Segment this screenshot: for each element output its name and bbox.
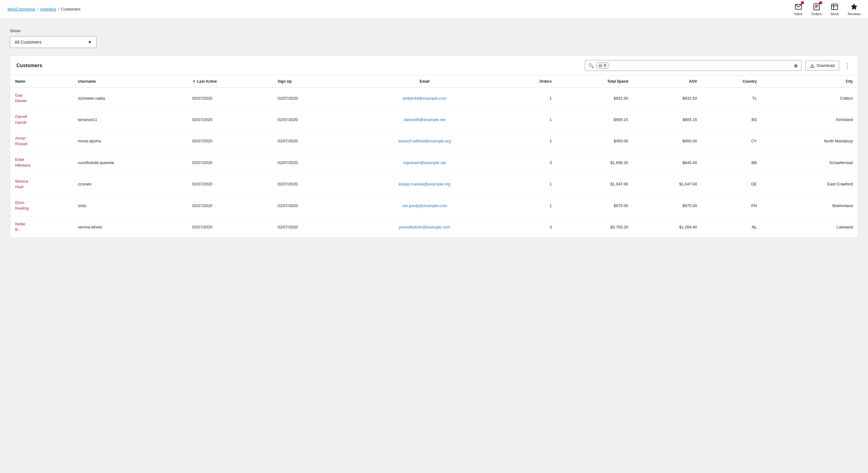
customer-total-spend: $1,936.20 (557, 152, 633, 173)
download-icon (810, 63, 815, 68)
customer-name-link[interactable]: AmariRussel (15, 136, 28, 146)
col-header-city[interactable]: City (762, 76, 858, 88)
customer-name-link[interactable]: MonicaHuel (15, 179, 28, 189)
col-header-email[interactable]: Email (347, 76, 502, 88)
customer-last-active: 02/07/2020 (187, 173, 273, 195)
customer-orders: 1 (502, 88, 557, 109)
inbox-nav-item[interactable]: Inbox (794, 2, 803, 16)
customer-aov: $645.40 (633, 152, 702, 173)
customer-total-spend: $905.15 (557, 109, 633, 130)
customer-username: schmeler.nadia (73, 88, 187, 109)
reviews-icon-wrap (850, 2, 859, 11)
svg-marker-8 (851, 4, 857, 9)
customer-aov: $1,264.40 (633, 216, 702, 238)
header-icons: Inbox Orders (794, 2, 861, 16)
table-row: MonicaHuelzcorwin02/07/202002/07/2020koe… (10, 173, 858, 195)
col-header-name[interactable]: Name (10, 76, 73, 88)
orders-nav-item[interactable]: Orders (811, 2, 822, 16)
remove-search-tag-button[interactable]: ✕ (603, 63, 607, 68)
table-row: NellieB...verona.lehner02/07/202002/07/2… (10, 216, 858, 238)
table-header-row: Name Username ▼Last Active Sign Up Email… (10, 76, 858, 88)
inbox-icon (795, 3, 802, 10)
customer-email-link[interactable]: rae.purdy@example.com (402, 203, 447, 208)
customer-total-spend: $450.00 (557, 130, 633, 152)
orders-badge (819, 1, 822, 4)
customer-email-link[interactable]: mgraham@example.net (403, 160, 446, 165)
customer-sign-up: 02/07/2020 (273, 130, 347, 152)
sort-arrow-icon: ▼ (192, 79, 196, 84)
customer-orders: 1 (502, 109, 557, 130)
customer-orders: 1 (502, 195, 557, 216)
customers-data-table: Name Username ▼Last Active Sign Up Email… (10, 76, 858, 238)
svg-rect-5 (832, 4, 838, 9)
col-header-total-spend[interactable]: Total Spend (557, 76, 633, 88)
customer-city: Schaeferstad (762, 152, 858, 173)
col-header-last-active[interactable]: ▼Last Active (187, 76, 273, 88)
inbox-label: Inbox (794, 12, 802, 16)
customer-sign-up: 02/07/2020 (273, 152, 347, 173)
customer-total-spend: $932.50 (557, 88, 633, 109)
customer-aov: $932.50 (633, 88, 702, 109)
customer-sign-up: 02/07/2020 (273, 216, 347, 238)
customer-name-link[interactable]: NellieB... (15, 221, 25, 232)
customer-last-active: 02/07/2020 (187, 109, 273, 130)
top-header: WooCommerce / Analytics / Customers Inbo… (0, 0, 868, 19)
customer-email-link[interactable]: wunsch.wilfred@example.org (398, 139, 451, 143)
customer-filter-dropdown[interactable]: All Customers ▼ (10, 36, 97, 48)
customer-country: CY (702, 130, 762, 152)
customer-aov: $905.15 (633, 109, 702, 130)
customer-name-link[interactable]: ElmoKeeling (15, 200, 28, 210)
table-row: ElmoKeelinglortiz02/07/202002/07/2020rae… (10, 195, 858, 216)
reviews-nav-item[interactable]: Reviews (847, 2, 861, 16)
customer-city: Boehmland (762, 195, 858, 216)
breadcrumb: WooCommerce / Analytics / Customers (7, 7, 81, 11)
col-header-country[interactable]: Country (702, 76, 762, 88)
more-options-button[interactable]: ⋮ (843, 61, 851, 70)
stock-nav-item[interactable]: Stock (830, 2, 839, 16)
customers-table-card: Customers 🔍 el ✕ ◉ (10, 55, 858, 238)
col-header-aov[interactable]: AOV (633, 76, 702, 88)
chevron-down-icon: ▼ (88, 40, 92, 45)
customer-sign-up: 02/07/2020 (273, 88, 347, 109)
customer-username: morar.alysha (73, 130, 187, 152)
breadcrumb-current: Customers (61, 7, 81, 11)
customer-orders: 3 (502, 152, 557, 173)
customer-country: TL (702, 88, 762, 109)
download-button[interactable]: Download (805, 61, 839, 70)
customer-email-link[interactable]: prunolfsdottir@example.com (399, 225, 450, 229)
customer-sign-up: 02/07/2020 (273, 109, 347, 130)
col-header-username[interactable]: Username (73, 76, 187, 88)
stock-icon-wrap (830, 2, 839, 11)
customer-last-active: 02/07/2020 (187, 195, 273, 216)
customer-city: Coltton (762, 88, 858, 109)
dropdown-selected-value: All Customers (14, 40, 41, 45)
customer-name-link[interactable]: GayDaniel (15, 93, 27, 103)
customer-aov: $450.00 (633, 130, 702, 152)
search-clear-button[interactable]: ◉ (794, 62, 798, 68)
show-filter-label: Show: (10, 28, 858, 33)
customer-sign-up: 02/07/2020 (273, 195, 347, 216)
customer-city: Kirlinland (762, 109, 858, 130)
customer-email-link[interactable]: koepp.mariela@example.org (399, 182, 450, 186)
customer-email-link[interactable]: darion86@example.net (404, 117, 445, 122)
customer-aov: $1,047.00 (633, 173, 702, 195)
reviews-icon (850, 3, 858, 10)
search-box[interactable]: 🔍 el ✕ ◉ (585, 60, 802, 71)
reviews-label: Reviews (847, 12, 861, 16)
col-header-orders[interactable]: Orders (502, 76, 557, 88)
orders-label: Orders (811, 12, 822, 16)
customer-email-link[interactable]: amber44@example.com (403, 96, 446, 100)
customer-username: lortiz (73, 195, 187, 216)
stock-icon (831, 3, 838, 10)
breadcrumb-woocommerce[interactable]: WooCommerce (7, 7, 35, 11)
customer-name-link[interactable]: DarrellHamill (15, 114, 27, 124)
customer-username: verona.lehner (73, 216, 187, 238)
table-row: EstelNikolausrunolfsdottir.queenie02/07/… (10, 152, 858, 173)
col-header-sign-up[interactable]: Sign Up (273, 76, 347, 88)
main-content: Show: All Customers ▼ Customers 🔍 el ✕ ◉ (0, 19, 868, 248)
breadcrumb-analytics[interactable]: Analytics (40, 7, 56, 11)
customer-name-link[interactable]: EstelNikolaus (15, 157, 31, 168)
customer-country: PN (702, 195, 762, 216)
table-row: AmariRusselmorar.alysha02/07/202002/07/2… (10, 130, 858, 152)
customer-username: terrance11 (73, 109, 187, 130)
